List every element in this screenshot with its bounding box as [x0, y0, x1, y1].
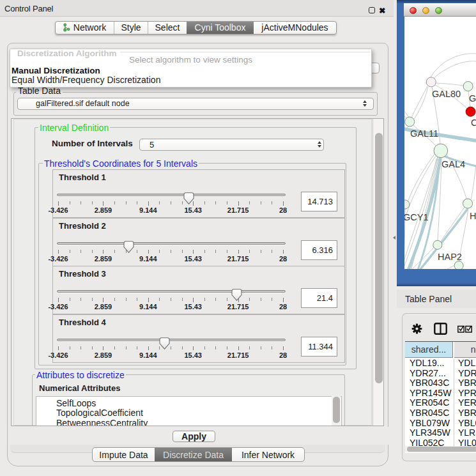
svg-text:GAL2: GAL2	[469, 93, 476, 104]
svg-text:GCY1: GCY1	[404, 212, 429, 222]
svg-text:GAL4: GAL4	[441, 159, 465, 169]
svg-text:HI: HI	[470, 211, 476, 221]
svg-text:HAP2: HAP2	[438, 252, 462, 262]
svg-text:CDC: CDC	[471, 118, 476, 128]
svg-text:GAL11: GAL11	[410, 128, 438, 139]
svg-text:GAL80: GAL80	[432, 89, 461, 99]
